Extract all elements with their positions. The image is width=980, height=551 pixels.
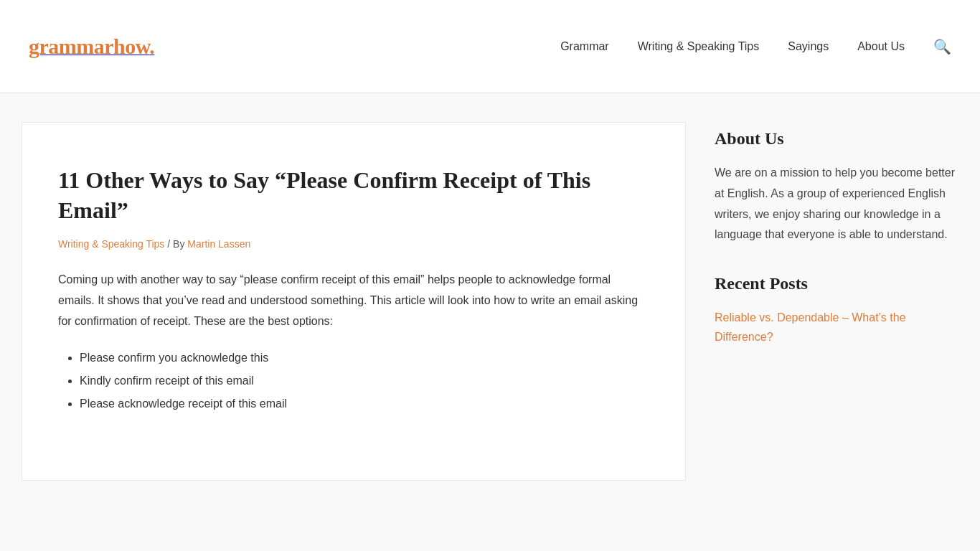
search-icon[interactable]: 🔍: [933, 38, 951, 55]
sidebar-recent-posts-heading: Recent Posts: [715, 274, 958, 293]
list-item: Please confirm you acknowledge this: [80, 347, 649, 369]
article-title: 11 Other Ways to Say “Please Confirm Rec…: [58, 166, 649, 225]
list-item: Please acknowledge receipt of this email: [80, 392, 649, 415]
sidebar-recent-post-link[interactable]: Reliable vs. Dependable – What’s the Dif…: [715, 311, 906, 343]
nav-grammar[interactable]: Grammar: [560, 40, 609, 53]
nav-sayings[interactable]: Sayings: [788, 40, 829, 53]
article-meta-separator: / By: [164, 238, 187, 250]
site-logo[interactable]: grammarhow.: [29, 34, 154, 59]
sidebar: About Us We are on a mission to help you…: [715, 122, 958, 481]
article-body: Coming up with another way to say “pleas…: [58, 270, 649, 415]
list-item: Kindly confirm receipt of this email: [80, 369, 649, 392]
main-nav: Grammar Writing & Speaking Tips Sayings …: [560, 38, 951, 55]
logo-dot: .: [149, 34, 154, 58]
article-meta: Writing & Speaking Tips / By Martin Lass…: [58, 238, 649, 250]
sidebar-recent-posts-section: Recent Posts Reliable vs. Dependable – W…: [715, 274, 958, 347]
sidebar-about-text: We are on a mission to help you become b…: [715, 163, 958, 245]
sidebar-about-heading: About Us: [715, 129, 958, 149]
sidebar-about-section: About Us We are on a mission to help you…: [715, 129, 958, 245]
article-main: 11 Other Ways to Say “Please Confirm Rec…: [22, 122, 686, 481]
article-category[interactable]: Writing & Speaking Tips: [58, 238, 164, 250]
nav-writing-speaking[interactable]: Writing & Speaking Tips: [638, 40, 760, 53]
nav-about-us[interactable]: About Us: [857, 40, 905, 53]
article-author[interactable]: Martin Lassen: [187, 238, 250, 250]
article-paragraph: Coming up with another way to say “pleas…: [58, 270, 649, 331]
logo-text: grammarhow: [29, 34, 149, 58]
site-header: grammarhow. Grammar Writing & Speaking T…: [0, 0, 980, 93]
page-container: 11 Other Ways to Say “Please Confirm Rec…: [0, 93, 980, 509]
article-list: Please confirm you acknowledge this Kind…: [80, 347, 649, 415]
